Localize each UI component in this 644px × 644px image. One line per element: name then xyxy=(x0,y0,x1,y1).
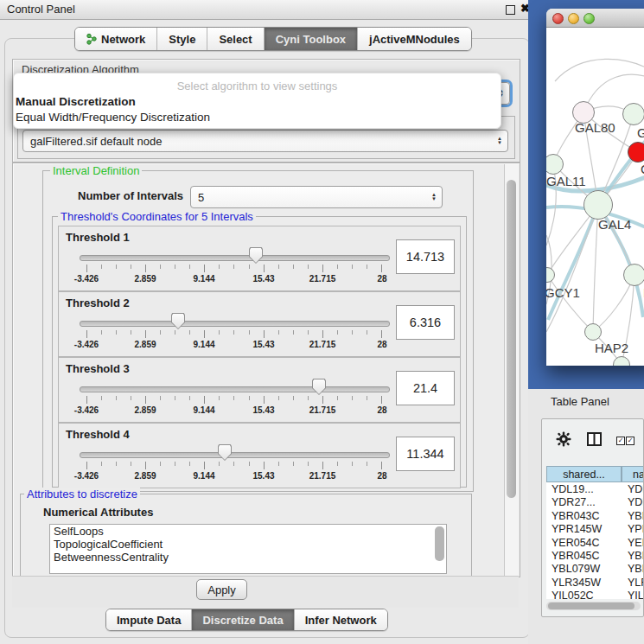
number-of-intervals-combobox[interactable]: 5 ▲▼ xyxy=(190,186,443,208)
table-horizontal-scrollbar[interactable] xyxy=(546,602,641,610)
table-panel: ✓ ✓ shared... name YDL19...YDL19... YDR2… xyxy=(541,418,644,617)
table-horizontal-scrollbar-thumb[interactable] xyxy=(548,603,634,609)
tick-label: 9.144 xyxy=(193,471,214,481)
threshold-3-label: Threshold 3 xyxy=(66,362,130,375)
tick-label: -3.426 xyxy=(74,274,99,284)
tab-discretize-data[interactable]: Discretize Data xyxy=(192,609,294,630)
column-header-shared-name[interactable]: shared... xyxy=(546,466,622,482)
list-item[interactable]: BetweennessCentrality xyxy=(50,551,446,564)
popup-option-equal-width-frequency[interactable]: Equal Width/Frequency Discretization xyxy=(14,109,501,124)
table-row[interactable]: YBR045CYBR045C xyxy=(546,549,644,562)
tick-label: 28 xyxy=(377,405,386,415)
node-gal[interactable] xyxy=(622,103,644,125)
table-row[interactable]: YLR345WYLR345W xyxy=(546,576,644,589)
column-header-name[interactable]: name xyxy=(622,466,644,482)
checkbox-icon[interactable]: ✓ xyxy=(626,437,634,445)
number-of-intervals-label: Number of Intervals xyxy=(78,189,183,202)
list-item[interactable]: SelfLoops xyxy=(50,525,446,538)
table-row[interactable]: YDL19...YDL19... xyxy=(546,482,644,495)
node-gal4[interactable] xyxy=(583,190,613,220)
threshold-1-panel: Threshold 1 -3.426 2.859 9.144 15.43 21.… xyxy=(58,226,461,291)
tab-label: Impute Data xyxy=(117,614,181,627)
tick-label: 28 xyxy=(377,274,386,284)
tab-cyni-toolbox[interactable]: Cyni Toolbox xyxy=(265,28,358,50)
interval-definition-title: Interval Definition xyxy=(50,164,142,177)
threshold-2-label: Threshold 2 xyxy=(66,296,130,309)
popup-option-manual-discretization[interactable]: Manual Discretization xyxy=(14,93,501,109)
apply-button[interactable]: Apply xyxy=(196,579,247,600)
threshold-2-value-field[interactable]: 6.316 xyxy=(396,305,455,340)
float-window-icon[interactable] xyxy=(506,5,515,15)
threshold-1-slider-handle[interactable] xyxy=(249,247,263,264)
tick-label: 15.43 xyxy=(252,471,274,481)
threshold-3-value-field[interactable]: 21.4 xyxy=(396,371,455,405)
numerical-attributes-list: SelfLoops TopologicalCoefficient Between… xyxy=(49,524,447,574)
slider-ticks-major xyxy=(86,265,382,272)
threshold-4-value-field[interactable]: 11.344 xyxy=(396,437,455,471)
tab-label: Cyni Toolbox xyxy=(276,33,346,46)
threshold-4-slider-handle[interactable] xyxy=(218,444,232,461)
table-row[interactable]: YER054CYER054C xyxy=(546,536,644,549)
threshold-2-slider-handle[interactable] xyxy=(171,313,185,329)
panel-scrollbar[interactable] xyxy=(504,164,519,576)
network-canvas[interactable]: GAL80 GAL C GAL11 GAL4 GCY1 H HAP2 xyxy=(546,28,644,366)
tab-network[interactable]: Network xyxy=(75,28,157,50)
threshold-4-slider-track[interactable] xyxy=(80,452,390,458)
algorithm-dropdown-popup: Select algorithm to view settings Manual… xyxy=(13,73,501,129)
combo-arrows-icon: ▲▼ xyxy=(497,131,502,151)
table-row[interactable]: YDR27...YDR27... xyxy=(546,495,644,508)
gear-icon[interactable] xyxy=(556,431,571,447)
table-row[interactable]: YIL052CYIL052C xyxy=(546,589,644,599)
threshold-1-value-field[interactable]: 14.713 xyxy=(396,239,455,274)
tab-impute-data[interactable]: Impute Data xyxy=(106,609,192,630)
node-h[interactable] xyxy=(623,264,644,286)
threshold-1-slider-track[interactable] xyxy=(80,255,390,261)
node-label: GCY1 xyxy=(546,285,580,300)
tab-jactivemnodules[interactable]: jActiveMNodules xyxy=(358,28,471,50)
tab-style[interactable]: Style xyxy=(157,28,207,50)
close-window-icon[interactable] xyxy=(552,13,564,24)
table-row[interactable]: YBR043CYBR043C xyxy=(546,509,644,522)
tick-label: -3.426 xyxy=(74,405,99,415)
threshold-1-label: Threshold 1 xyxy=(66,231,130,244)
tick-label: 21.715 xyxy=(309,471,336,481)
tab-select[interactable]: Select xyxy=(207,28,264,50)
columns-icon[interactable] xyxy=(587,432,602,446)
tick-label: 9.144 xyxy=(193,405,214,415)
node-label: GAL4 xyxy=(598,217,631,232)
node-label: GAL11 xyxy=(546,174,586,188)
tab-label: jActiveMNodules xyxy=(369,33,460,46)
node-hap2[interactable] xyxy=(584,323,602,341)
threshold-3-slider-handle[interactable] xyxy=(312,379,326,395)
popup-placeholder: Select algorithm to view settings xyxy=(14,73,501,93)
node-highlighted-red[interactable] xyxy=(628,142,644,163)
network-window-titlebar[interactable] xyxy=(546,9,644,28)
thresholds-group: Threshold's Coordinates for 5 Intervals … xyxy=(52,216,467,488)
list-scrollbar[interactable] xyxy=(435,526,444,561)
table-row[interactable]: YBL079WYBL079W xyxy=(546,562,644,575)
panel-scrollbar-thumb[interactable] xyxy=(507,180,516,498)
threshold-3-slider-track[interactable] xyxy=(80,386,390,392)
panel-title: Control Panel xyxy=(7,3,75,16)
node-label: GAL80 xyxy=(575,120,615,135)
tab-infer-network[interactable]: Infer Network xyxy=(295,609,387,630)
threshold-3-panel: Threshold 3 -3.426 2.859 9.144 15.43 21.… xyxy=(58,357,461,423)
network-view-frame: GAL80 GAL C GAL11 GAL4 GCY1 H HAP2 xyxy=(528,0,644,389)
table-data-combobox[interactable]: galFiltered.sif default node ▲▼ xyxy=(22,130,508,152)
minimize-window-icon[interactable] xyxy=(568,13,579,24)
tick-label: 2.859 xyxy=(134,405,156,415)
threshold-2-slider-track[interactable] xyxy=(80,321,390,327)
threshold-4-label: Threshold 4 xyxy=(66,428,130,441)
network-window: GAL80 GAL C GAL11 GAL4 GCY1 H HAP2 xyxy=(546,9,644,366)
list-item[interactable]: TopologicalCoefficient xyxy=(50,538,446,551)
checkbox-icon[interactable]: ✓ xyxy=(616,437,625,445)
slider-ticks-major xyxy=(86,396,382,404)
interval-definition-group: Interval Definition Number of Intervals … xyxy=(42,170,474,492)
node-label: C xyxy=(641,162,644,176)
bottom-tab-bar: Impute Data Discretize Data Infer Networ… xyxy=(105,609,388,631)
tab-label: Discretize Data xyxy=(202,614,283,627)
attributes-to-discretize-group: Attributes to discretize Numerical Attri… xyxy=(20,494,472,577)
table-row[interactable]: YPR145WYPR145W xyxy=(546,522,644,535)
tick-label: 9.144 xyxy=(193,274,214,284)
zoom-window-icon[interactable] xyxy=(583,13,595,24)
